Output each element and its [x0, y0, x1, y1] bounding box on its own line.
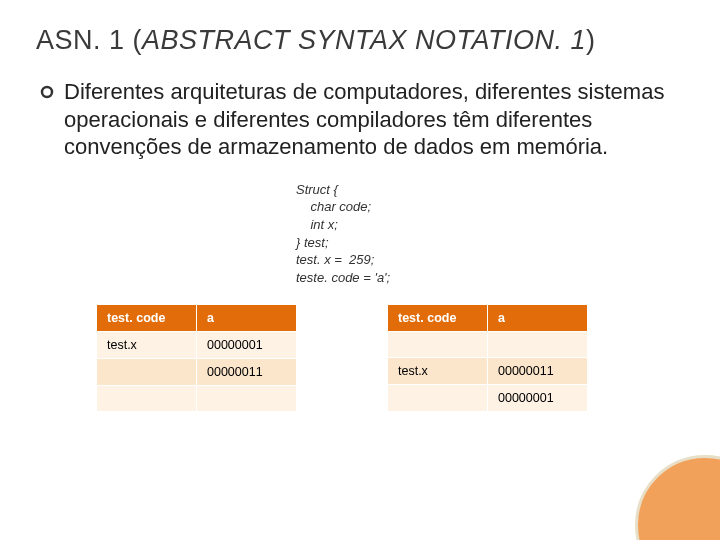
memory-table-1: test. code a test.x 00000001 00000011	[96, 304, 297, 412]
bullet-item: Diferentes arquiteturas de computadores,…	[36, 78, 684, 161]
t1-h1: test. code	[97, 305, 197, 332]
t1-r2c1	[97, 359, 197, 386]
t2-h2: a	[488, 305, 588, 332]
title-plain: ASN. 1 (	[36, 25, 142, 55]
t2-r1c2	[488, 332, 588, 358]
t1-r3c2	[197, 386, 297, 412]
t1-r1c2: 00000001	[197, 332, 297, 359]
t2-r3c1	[388, 385, 488, 412]
decorative-circle	[635, 455, 720, 540]
t2-r3c2: 00000001	[488, 385, 588, 412]
t1-h2: a	[197, 305, 297, 332]
title-italic: ABSTRACT SYNTAX NOTATION. 1	[142, 25, 586, 55]
t2-r2c1: test.x	[388, 358, 488, 385]
t2-r2c2: 00000011	[488, 358, 588, 385]
t1-r1c1: test.x	[97, 332, 197, 359]
bullet-text: Diferentes arquiteturas de computadores,…	[64, 78, 684, 161]
code-block: Struct { char code; int x; } test; test.…	[296, 181, 684, 286]
slide-title: ASN. 1 (ABSTRACT SYNTAX NOTATION. 1)	[36, 24, 684, 56]
tables-container: test. code a test.x 00000001 00000011 te…	[36, 304, 684, 412]
svg-point-0	[42, 87, 52, 97]
title-close: )	[586, 25, 596, 55]
t1-r2c2: 00000011	[197, 359, 297, 386]
bullet-icon	[40, 85, 54, 103]
t2-r1c1	[388, 332, 488, 358]
memory-table-2: test. code a test.x 00000011 00000001	[387, 304, 588, 412]
t1-r3c1	[97, 386, 197, 412]
t2-h1: test. code	[388, 305, 488, 332]
